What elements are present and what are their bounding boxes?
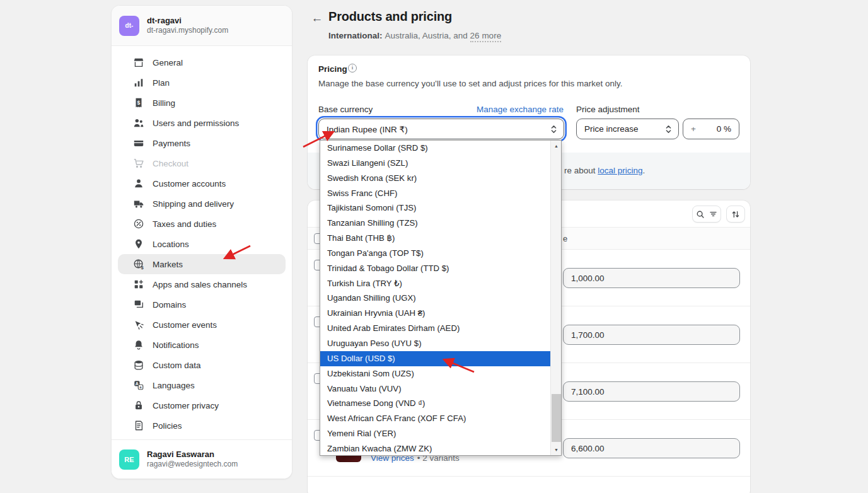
scroll-down-icon[interactable]: ▼ [551,444,562,455]
currency-dropdown-menu: Surinamese Dollar (SRD $) Swazi Lilangen… [320,140,562,456]
base-currency-select[interactable]: Indian Rupee (INR ₹) [318,119,564,139]
currency-option[interactable]: Tajikistani Somoni (TJS) [320,200,550,216]
policies-icon [133,420,144,431]
search-icon [696,210,705,219]
sidebar-item-customer-accounts[interactable]: Customer accounts [118,173,286,194]
sort-button[interactable] [726,206,745,223]
sidebar-item-customer-privacy[interactable]: Customer privacy [118,395,286,415]
currency-option[interactable]: Surinamese Dollar (SRD $) [320,141,550,156]
scrollbar-thumb[interactable] [552,394,561,442]
currency-option[interactable]: Vanuatu Vatu (VUV) [320,381,550,397]
dropdown-scrollbar[interactable]: ▲ ▼ [550,141,561,455]
info-icon[interactable]: i [348,64,357,72]
adjustment-sign: + [691,124,696,134]
sidebar-item-billing[interactable]: Billing [118,93,286,113]
pricing-section-title: Pricing [318,64,347,74]
sidebar-item-taxes-and-duties[interactable]: Taxes and duties [118,214,286,234]
sidebar-item-notifications[interactable]: Notifications [118,335,286,355]
currency-option[interactable]: Turkish Lira (TRY ₺) [320,276,550,291]
billing-icon [133,97,144,108]
price-adjustment-value: Price increase [584,124,665,134]
events-icon [133,319,144,330]
domains-icon [133,299,144,310]
chevron-up-down-icon [550,124,557,134]
currency-option[interactable]: Zambian Kwacha (ZMW ZK) [320,441,550,456]
price-input[interactable] [563,325,740,345]
pricing-description: Manage the base currency you'll use to s… [318,79,623,88]
sidebar-item-customer-events[interactable]: Customer events [118,315,286,335]
bell-icon [133,339,144,351]
sidebar-item-custom-data[interactable]: Custom data [118,355,286,375]
currency-options-list: Surinamese Dollar (SRD $) Swazi Lilangen… [320,141,550,455]
price-adjustment-select[interactable]: Price increase [576,119,679,139]
sidebar-item-languages[interactable]: Languages [118,375,286,395]
local-pricing-link[interactable]: local pricing [598,166,642,175]
payments-icon [133,137,144,149]
price-input[interactable] [563,438,740,458]
pin-icon [133,238,144,250]
sidebar-item-locations[interactable]: Locations [118,234,286,254]
store-avatar: dt- [119,16,139,36]
currency-option[interactable]: Uzbekistani Som (UZS) [320,366,550,381]
adjustment-percent-input[interactable]: + 0 % [683,119,739,139]
back-button[interactable]: ← [310,11,324,25]
currency-option-selected[interactable]: US Dollar (USD $) [320,351,550,366]
chevron-up-down-icon [665,124,672,134]
store-name: dt-ragavi [147,16,228,26]
currency-option[interactable]: Tanzanian Shilling (TZS) [320,216,550,231]
price-adjustment-label: Price adjustment [576,105,640,114]
currency-option[interactable]: Uruguayan Peso (UYU $) [320,336,550,351]
currency-option[interactable]: Vietnamese Dong (VND ₫) [320,396,550,411]
page-subtitle: International:Australia, Austria, and 26… [328,31,501,40]
search-filter-button[interactable] [692,206,721,223]
price-input[interactable] [563,268,740,288]
users-icon [133,117,144,129]
sidebar-item-policies[interactable]: Policies [118,415,286,436]
languages-icon [133,380,144,391]
currency-option[interactable]: Swiss Franc (CHF) [320,186,550,201]
currency-option[interactable]: Ukrainian Hryvnia (UAH ₴) [320,306,550,321]
currency-option[interactable]: Swedish Krona (SEK kr) [320,171,550,186]
base-currency-value: Indian Rupee (INR ₹) [327,124,550,134]
subtitle-market-name: International: [328,31,383,40]
currency-option[interactable]: West African CFA Franc (XOF F CFA) [320,411,550,426]
currency-option[interactable]: Thai Baht (THB ฿) [320,231,550,246]
manage-exchange-rate-link[interactable]: Manage exchange rate [477,105,564,114]
user-account-footer[interactable]: RE Ragavi Easwaran ragavi@wedesigntech.c… [112,439,292,478]
sidebar-item-users-and-permissions[interactable]: Users and permissions [118,113,286,133]
currency-option[interactable]: Ugandan Shilling (UGX) [320,291,550,306]
sidebar-item-markets[interactable]: Markets [118,254,286,274]
database-icon [133,359,144,371]
person-icon [133,178,144,189]
plan-icon [133,77,144,88]
back-arrow-icon: ← [311,11,323,25]
lock-icon [133,400,144,411]
sidebar-item-checkout: Checkout [118,153,286,173]
user-email: ragavi@wedesigntech.com [147,460,238,469]
currency-option[interactable]: Yemeni Rial (YER) [320,426,550,441]
currency-option[interactable]: Tongan Pa'anga (TOP T$) [320,246,550,261]
settings-sidebar: dt- dt-ragavi dt-ragavi.myshopify.com Ge… [111,5,292,479]
sidebar-item-plan[interactable]: Plan [118,72,286,93]
store-domain: dt-ragavi.myshopify.com [147,26,228,35]
more-countries-link[interactable]: 26 more [470,31,502,42]
apps-icon [133,279,144,290]
sidebar-item-domains[interactable]: Domains [118,294,286,315]
price-input[interactable] [563,381,740,402]
globe-icon [133,258,144,270]
filter-icon [709,210,717,218]
user-avatar: RE [119,450,139,470]
sidebar-item-general[interactable]: General [118,52,286,72]
sidebar-item-shipping-and-delivery[interactable]: Shipping and delivery [118,194,286,214]
settings-nav: General Plan Billing Users and permissio… [112,46,292,436]
subtitle-countries: Australia, Austria, and [385,31,468,40]
truck-icon [133,198,144,209]
sidebar-item-apps-and-sales-channels[interactable]: Apps and sales channels [118,274,286,294]
currency-option[interactable]: Swazi Lilangeni (SZL) [320,156,550,171]
store-header[interactable]: dt- dt-ragavi dt-ragavi.myshopify.com [112,6,292,46]
sidebar-item-payments[interactable]: Payments [118,133,286,153]
currency-option[interactable]: Trinidad & Tobago Dollar (TTD $) [320,261,550,276]
currency-option[interactable]: United Arab Emirates Dirham (AED) [320,321,550,336]
page-title: Products and pricing [328,9,452,24]
scroll-up-icon[interactable]: ▲ [551,141,562,151]
